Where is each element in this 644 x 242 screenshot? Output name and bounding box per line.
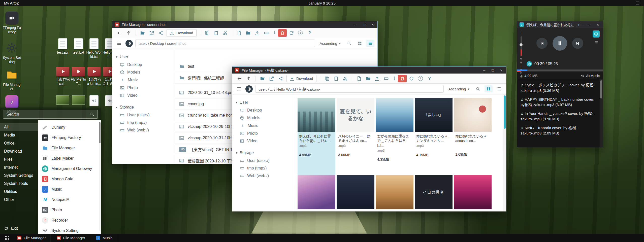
new-file-button[interactable] (355, 75, 363, 82)
back-button[interactable] (115, 29, 124, 37)
up-button[interactable] (124, 29, 133, 37)
close-button[interactable]: × (499, 68, 504, 72)
volume-track[interactable] (521, 36, 522, 56)
rename-button[interactable] (262, 29, 271, 37)
list-view-button[interactable] (495, 85, 503, 92)
dark-mode-toggle[interactable] (125, 40, 133, 47)
desktop-file-audio-1[interactable] (86, 95, 102, 106)
playlist-item[interactable]: ♫KING _ Kanaria cover. by 柘榴-zakuro-.mp3… (521, 125, 597, 136)
aroz-brand-menu[interactable]: My ArOZ (4, 1, 19, 5)
titlebar[interactable]: File Manager - 柘榴-zakuro- – □ × (232, 67, 506, 74)
grid-view-button[interactable] (356, 40, 364, 47)
info-button[interactable]: i (416, 75, 425, 82)
sidebar-item-tmp-drive[interactable]: tmp (tmp:/) (112, 119, 174, 126)
desktop-file-test-bat[interactable]: test.bat (71, 38, 86, 55)
download-button[interactable]: Download (167, 29, 197, 37)
search-input[interactable] (6, 112, 90, 117)
paste-button[interactable] (332, 75, 340, 82)
sidebar-item-user-drive[interactable]: User (user:/) (232, 157, 294, 164)
pause-button[interactable] (553, 36, 567, 51)
sidebar-item-music[interactable]: ♪Music (232, 122, 294, 130)
sidebar-item-web-drive[interactable]: Web (web:/) (112, 126, 174, 134)
desktop-file-hello-world[interactable]: Hello World.txt (86, 38, 102, 59)
sidebar-section-user[interactable]: ▾ User (232, 98, 294, 107)
scrollbar[interactable] (99, 122, 101, 231)
refresh-button[interactable] (407, 75, 416, 82)
titlebar[interactable]: File Manager - screenshot – □ × (112, 21, 377, 28)
player-menu-button[interactable] (594, 41, 599, 45)
new-file-button[interactable] (235, 29, 243, 37)
sidebar-item-desktop[interactable]: Desktop (232, 107, 294, 114)
list-view-button[interactable] (366, 40, 374, 47)
sidebar-item-photo[interactable]: Photo (112, 84, 174, 92)
category-download[interactable]: Download (0, 147, 38, 155)
minimize-button[interactable]: – (353, 22, 358, 27)
category-files[interactable]: Files (0, 155, 38, 163)
file-card[interactable]: 四季折々に揺蕩いて... (298, 175, 335, 211)
file-card[interactable]: 幽霊東京 _ Ayase co... (454, 175, 492, 211)
info-button[interactable]: i (296, 29, 305, 37)
category-system-settings[interactable]: System Settings (0, 171, 38, 180)
new-folder-button[interactable] (364, 75, 372, 82)
desktop-file-image-1[interactable] (55, 95, 71, 105)
trash-button[interactable] (278, 29, 287, 37)
task-file-manager-1[interactable]: File Manager (13, 234, 51, 242)
help-button[interactable]: ? (425, 75, 434, 82)
launcher-app-dummy[interactable]: Dummy (38, 122, 101, 132)
text-tool-button[interactable]: I (391, 75, 398, 82)
volume-plus[interactable]: + (520, 30, 522, 35)
trash-button[interactable] (398, 75, 407, 82)
sort-dropdown[interactable]: Ascending (446, 87, 471, 91)
launcher-app-label-maker[interactable]: Label Maker (38, 153, 101, 163)
playlist-item[interactable]: ♫Cynic _ ポリスピカデリー cover. by 柘榴-zakuro-.m… (521, 82, 597, 93)
volume-thumb[interactable] (520, 43, 523, 46)
launcher-app-notepada[interactable]: NNotepadA (38, 194, 101, 205)
category-system-tools[interactable]: System Tools (0, 180, 38, 188)
exit-button[interactable]: Exit (0, 223, 38, 234)
grid-view-button[interactable] (485, 85, 493, 92)
scrollbar[interactable] (600, 79, 603, 147)
minimize-button[interactable]: – (482, 68, 487, 72)
scrollbar-thumb[interactable] (99, 122, 101, 143)
desktop-file-image-2[interactable] (71, 95, 86, 105)
launcher-app-file-manager[interactable]: File Manager (38, 143, 101, 153)
desktop-icon-file-manager[interactable]: File Manager (3, 68, 21, 91)
breadcrumb[interactable]: user: / Desktop / screenshot (135, 40, 315, 47)
help-button[interactable]: ? (305, 29, 314, 37)
sidebar-item-tmp-drive[interactable]: tmp (tmp:/) (232, 164, 294, 172)
rename-button[interactable] (382, 75, 391, 82)
file-card[interactable]: イロの愚者 忘却感傷代償連盟... (415, 175, 453, 211)
sidebar-item-models[interactable]: Models (232, 114, 294, 122)
sidebar-section-storage[interactable]: ▾ Storage (112, 103, 174, 111)
share-button[interactable] (276, 75, 285, 82)
desktop-file-test-agi[interactable]: test.agi (55, 38, 71, 55)
desktop-icon-ffmpeg-factory[interactable]: FFmpeg Factory (3, 12, 21, 34)
new-folder-button[interactable] (244, 29, 252, 37)
cast-button[interactable] (593, 30, 600, 38)
cut-button[interactable] (221, 29, 230, 37)
playlist-item[interactable]: ♫In Your Hands _ yusukeP cover. by 柘榴-za… (521, 111, 597, 122)
sidebar-item-music[interactable]: ♪Music (112, 76, 174, 84)
download-button[interactable]: Download (286, 75, 316, 82)
sidebar-item-web-drive[interactable]: Web (web:/) (232, 172, 294, 180)
launcher-app-management-gateway[interactable]: Management Gateway (38, 163, 101, 174)
copy-button[interactable] (323, 75, 331, 82)
category-all[interactable]: All (0, 123, 38, 131)
search-button[interactable] (474, 85, 482, 92)
close-button[interactable]: × (370, 22, 375, 27)
file-card[interactable]: 「寂しい」 命に嫌われている + _ カンザキイオリ... .mp3 4.19M… (415, 98, 453, 175)
launcher-app-photo[interactable]: Photo (38, 205, 101, 215)
copy-button[interactable] (203, 29, 211, 37)
previous-track-button[interactable] (536, 38, 548, 49)
topbar-hamburger-icon[interactable] (635, 1, 640, 5)
sidebar-item-desktop[interactable]: Desktop (112, 61, 174, 68)
task-file-manager-2[interactable]: File Manager (52, 234, 90, 242)
sort-dropdown[interactable]: Ascending (317, 41, 343, 46)
sidebar-toggle-icon[interactable] (115, 41, 123, 46)
sidebar-item-user-drive[interactable]: User (user:/) (112, 111, 174, 119)
sidebar-item-photo[interactable]: Photo (232, 130, 294, 137)
back-button[interactable] (235, 75, 244, 82)
desktop-icon-system-setting[interactable]: System Setting (3, 42, 21, 64)
category-utilities[interactable]: Utilities (0, 188, 38, 196)
cut-button[interactable] (341, 75, 349, 82)
